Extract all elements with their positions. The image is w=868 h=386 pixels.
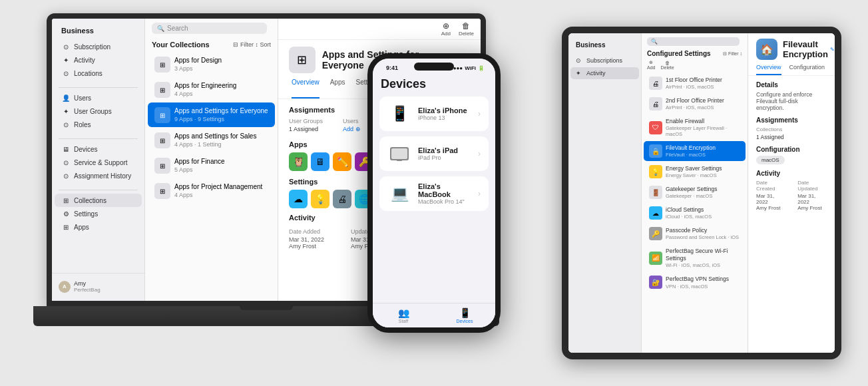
locations-icon: ⊙ <box>61 69 71 78</box>
collections-filter-sort[interactable]: ⊟ Filter ↕ Sort <box>233 41 271 48</box>
phone-device-item-2[interactable]: 💻 Eliza's MacBook MacBook Pro 14" › <box>379 176 489 211</box>
sidebar-item-activity[interactable]: ✦ Activity <box>55 53 142 67</box>
tablet-business-label: Business <box>576 41 605 49</box>
assignment-icon: ⊙ <box>61 171 71 180</box>
tablet-list-item-9[interactable]: 🔐 PerfectBag VPN Settings VPN · iOS, mac… <box>644 272 746 292</box>
sidebar-section-collections: ⊞ Collections ⚙ Settings ⊞ Apps <box>52 194 144 234</box>
app-icon-2: ✏️ <box>333 152 351 171</box>
chevron-2: › <box>478 189 481 198</box>
collection-item-4[interactable]: ⊞ Apps for Finance 5 Apps <box>148 153 275 178</box>
tablet-body: Details Configure and enforce Filevault … <box>748 76 835 353</box>
tli-text-9: PerfectBag VPN Settings VPN · iOS, macOS <box>666 276 729 289</box>
app-icon-1: 🖥 <box>311 152 329 171</box>
svg-rect-2 <box>397 160 402 161</box>
collection-icon-0: ⊞ <box>154 57 170 73</box>
sidebar-item-users[interactable]: 👤 Users <box>55 91 142 104</box>
tablet-sidebar-subscriptions[interactable]: ⊙ Subscriptions <box>570 55 639 67</box>
tablet-list-item-1[interactable]: 🖨 2nd Floor Office Printer AirPrint · iO… <box>644 94 746 114</box>
collection-info-3: Apps and Settings for Sales 4 Apps · 1 S… <box>174 132 256 148</box>
tablet-list-item-8[interactable]: 📶 PerfectBag Secure Wi-Fi Settings Wi-Fi… <box>644 244 746 272</box>
tablet-list-item-0[interactable]: 🖨 1st Floor Office Printer AirPrint · iO… <box>644 73 746 93</box>
phone-device-item-1[interactable]: Eliza's iPad iPad Pro › <box>379 136 489 171</box>
tli-icon-1: 🖨 <box>649 97 662 110</box>
tablet-search-icon: 🔍 <box>651 39 658 45</box>
tablet-list-item-3[interactable]: 🔒 FileVault Encryption FileVault · macOS <box>644 141 746 161</box>
collections-title: Your Collections <box>152 41 210 49</box>
tablet-settings-list: 🔍 Configured Settings ⊟ Filter ↕ ⊕ Add � <box>642 33 748 353</box>
devices-icon: 🖥 <box>61 144 71 154</box>
phone-tab-staff[interactable]: 👥 Staff <box>373 306 434 325</box>
tablet-list-item-4[interactable]: 💡 Energy Saver Settings Energy Saver · m… <box>644 162 746 182</box>
tablet-add-icon: ⊕ <box>649 60 653 65</box>
collection-item-1[interactable]: ⊞ Apps for Engineering 4 Apps <box>148 77 275 102</box>
tablet-delete-button[interactable]: 🗑 Delete <box>660 61 674 70</box>
delete-icon: 🗑 <box>462 21 470 31</box>
sidebar-item-collections[interactable]: ⊞ Collections <box>55 194 142 207</box>
tablet-list-item-6[interactable]: ☁ iCloud Settings iCloud · iOS, macOS <box>644 203 746 223</box>
subscription-icon: ⊙ <box>61 42 71 51</box>
chevron-0: › <box>478 109 481 118</box>
collection-icon-2: ⊞ <box>154 107 170 123</box>
phone-device-icon-0: 📱 <box>387 102 411 126</box>
phone-header: Devices <box>373 75 495 96</box>
sidebar-item-service[interactable]: ⊙ Service & Support <box>55 156 142 169</box>
tli-icon-2: 🛡 <box>649 121 662 134</box>
sidebar-item-user-groups[interactable]: ✦ User Groups <box>55 104 142 118</box>
phone-tab-devices[interactable]: 📱 Devices <box>434 306 495 325</box>
date-added-col: Date Added Mar 31, 2022 Amy Frost <box>289 228 324 250</box>
sidebar-item-roles[interactable]: ⊙ Roles <box>55 118 142 131</box>
phone-device-icon-1 <box>387 142 411 166</box>
tablet-tab-configuration[interactable]: Configuration <box>789 64 825 75</box>
phone-device-info-0: Eliza's iPhone iPhone 13 <box>418 106 471 121</box>
add-button[interactable]: ⊕ Add <box>441 21 451 37</box>
devices-tab-icon: 📱 <box>459 307 471 318</box>
tablet-sidebar-activity[interactable]: ✦ Activity <box>570 67 639 79</box>
collection-item-3[interactable]: ⊞ Apps and Settings for Sales 4 Apps · 1… <box>148 128 275 152</box>
tablet-date-updated: Date Updated Mar 31, 2022 Amy Frost <box>797 180 827 211</box>
tli-text-0: 1st Floor Office Printer AirPrint · iOS,… <box>666 77 722 90</box>
roles-icon: ⊙ <box>61 120 71 129</box>
tablet-list-title: Configured Settings <box>647 50 711 57</box>
sidebar-item-locations[interactable]: ⊙ Locations <box>55 67 142 80</box>
phone-device-item-0[interactable]: 📱 Eliza's iPhone iPhone 13 › <box>379 96 489 131</box>
sidebar-item-apps[interactable]: ⊞ Apps <box>55 220 142 234</box>
tablet-title-group: Filevault Encryption ✎ <box>783 39 835 59</box>
add-icon: ⊕ <box>443 21 449 31</box>
tablet-filter-sort[interactable]: ⊟ Filter ↕ <box>723 51 742 57</box>
tablet-edit-icon[interactable]: ✎ <box>830 47 835 53</box>
add-users-link[interactable]: Add ⊕ <box>343 126 361 132</box>
delete-button[interactable]: 🗑 Delete <box>459 21 474 37</box>
collection-item-5[interactable]: ⊞ Apps for Project Management 4 Apps <box>148 178 275 203</box>
collection-info-1: Apps for Engineering 4 Apps <box>174 81 236 97</box>
sidebar-bottom: A Amy PerfectBag <box>52 273 144 295</box>
sidebar-item-devices[interactable]: 🖥 Devices <box>55 142 142 156</box>
search-placeholder: Search <box>167 25 188 32</box>
laptop-notch <box>240 305 293 310</box>
search-bar[interactable]: 🔍 Search <box>152 23 267 34</box>
collection-item-0[interactable]: ⊞ Apps for Design 3 Apps <box>148 52 275 77</box>
user-groups-icon: ✦ <box>61 106 71 116</box>
tablet-list-item-5[interactable]: 🚪 Gatekeeper Settings Gatekeeper · macOS <box>644 182 746 202</box>
tablet-add-button[interactable]: ⊕ Add <box>647 60 655 70</box>
tablet-tab-overview[interactable]: Overview <box>756 64 781 75</box>
user-groups-assignment: User Groups 1 Assigned <box>289 118 323 132</box>
collection-item-2[interactable]: ⊞ Apps and Settings for Everyone 9 Apps … <box>148 102 275 127</box>
tli-icon-8: 📶 <box>649 252 662 265</box>
tablet-main-panel: 🏠 Filevault Encryption ✎ Overview Config… <box>748 33 835 353</box>
tab-apps[interactable]: Apps <box>330 79 345 98</box>
sidebar-item-settings[interactable]: ⚙ Settings <box>55 207 142 220</box>
tli-icon-3: 🔒 <box>649 144 662 158</box>
tablet-config-value: macOS <box>756 156 785 164</box>
tablet-list-item-7[interactable]: 🔑 Passcode Policy Password and Screen Lo… <box>644 224 746 244</box>
phone-tab-bar: 👥 Staff 📱 Devices <box>373 303 495 327</box>
setting-icon-2: 🖨 <box>333 190 351 208</box>
settings-icon: ⚙ <box>61 209 71 218</box>
sidebar-section-main: ⊙ Subscription ✦ Activity ⊙ Locations <box>52 40 144 80</box>
tli-text-2: Enable Firewall Gatekeeper Layer Firewal… <box>666 118 740 137</box>
sidebar-item-subscription[interactable]: ⊙ Subscription <box>55 40 142 53</box>
sidebar-item-assignment-history[interactable]: ⊙ Assignment History <box>55 169 142 182</box>
sidebar-divider-2 <box>59 138 138 139</box>
tab-overview[interactable]: Overview <box>292 79 320 98</box>
tablet-list-item-2[interactable]: 🛡 Enable Firewall Gatekeeper Layer Firew… <box>644 114 746 140</box>
tablet-search[interactable]: 🔍 <box>647 37 740 46</box>
